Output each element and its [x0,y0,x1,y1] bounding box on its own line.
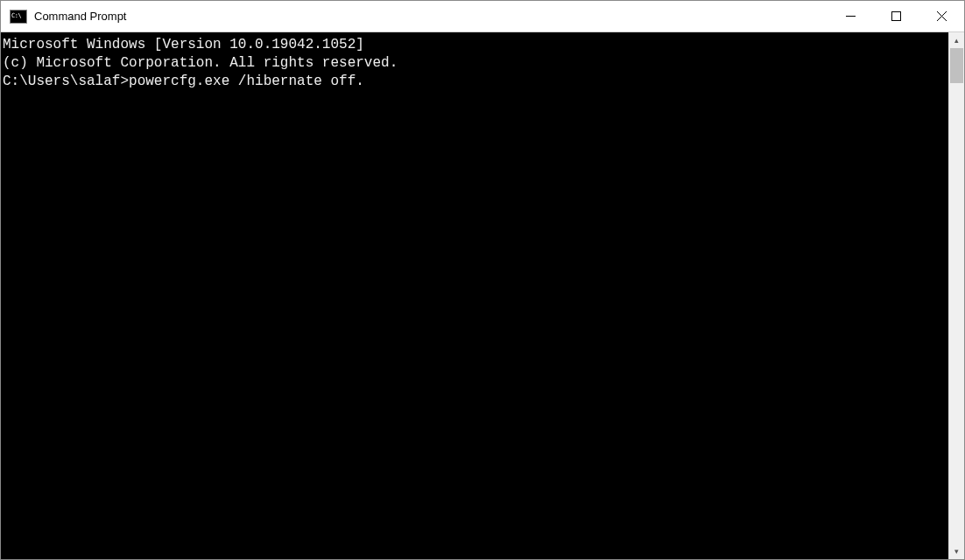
terminal-line: Microsoft Windows [Version 10.0.19042.10… [3,36,948,54]
maximize-button[interactable] [873,1,919,32]
scroll-up-arrow-icon[interactable]: ▴ [949,32,964,48]
window-controls [828,1,964,32]
content-area: Microsoft Windows [Version 10.0.19042.10… [1,32,964,559]
terminal-line: (c) Microsoft Corporation. All rights re… [3,54,948,73]
scroll-track[interactable] [949,48,964,543]
command-prompt-window: Command Prompt Microsoft Windows [Versio [0,0,965,560]
cmd-icon [10,10,27,24]
terminal-prompt-line: C:\Users\salaf>powercfg.exe /hibernate o… [3,73,948,91]
minimize-button[interactable] [828,1,873,32]
scroll-down-arrow-icon[interactable]: ▾ [949,543,964,559]
close-button[interactable] [919,1,964,32]
titlebar[interactable]: Command Prompt [1,1,964,32]
close-icon [937,11,947,21]
terminal-prompt: C:\Users\salaf> [3,74,129,89]
terminal[interactable]: Microsoft Windows [Version 10.0.19042.10… [1,32,948,559]
maximize-icon [891,11,901,21]
terminal-command: powercfg.exe /hibernate off. [129,74,364,89]
minimize-icon [846,11,856,21]
svg-rect-1 [891,12,900,21]
window-title: Command Prompt [34,10,828,23]
vertical-scrollbar[interactable]: ▴ ▾ [948,32,964,559]
scroll-thumb[interactable] [950,48,963,83]
